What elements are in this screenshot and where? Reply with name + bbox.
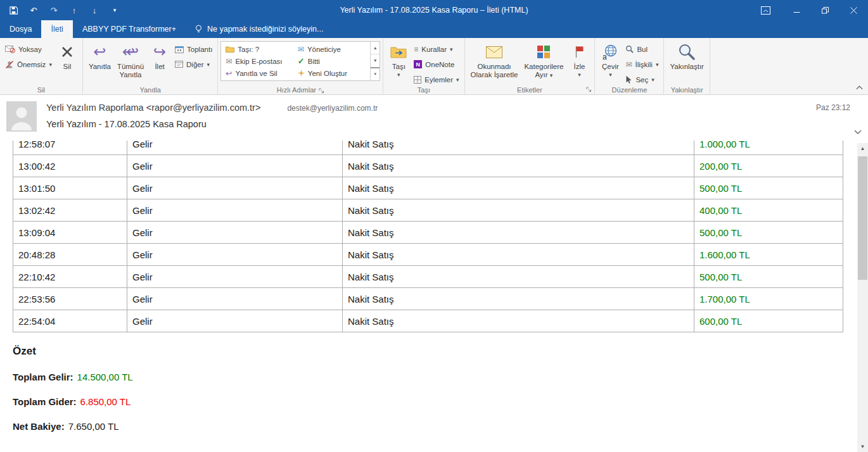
scroll-down-button[interactable]: ▼ [857,441,868,452]
cell-type: Gelir [127,266,343,288]
redo-icon: ↷ [51,6,58,15]
chevron-down-icon: ▾ [456,77,459,83]
quick-step-label: Bitti [308,58,320,65]
chevron-down-icon: ▾ [609,71,612,79]
quick-step-done[interactable]: ✓ Bitti [296,55,368,67]
quick-step-team-email[interactable]: ✉ Ekip E-postası [224,55,296,67]
categorize-button[interactable]: Kategorilere Ayır ▾ [521,40,566,83]
restore-button[interactable] [811,0,839,20]
quick-steps-dialog-launcher[interactable] [319,88,324,94]
tab-abbyy[interactable]: ABBYY PDF Transformer+ [73,20,186,38]
translate-label: Çevir [602,63,619,71]
cell-desc: Nakit Satış [343,310,694,332]
tab-file[interactable]: Dosya [0,20,41,38]
sender-name[interactable]: Yerli Yazılım Raporlama <rapor@yerliyazi… [46,103,260,113]
gallery-expand-button[interactable]: ▾ [371,67,380,80]
close-button[interactable] [839,0,868,20]
quick-step-move-to[interactable]: Taşı: ? [224,43,296,55]
save-button[interactable] [8,4,19,16]
cell-time: 12:58:07 [13,141,127,155]
group-label-move: Taşı [383,86,464,94]
move-label: Taşı [392,63,405,71]
customize-qat-button[interactable]: ▾ [109,4,120,16]
select-label: Seç [635,76,648,84]
rules-button[interactable]: ≡ Kurallar ▾ [411,42,461,56]
translate-globe-icon: a [602,44,618,60]
move-button[interactable]: Taşı ▾ [386,40,411,83]
tab-message[interactable]: İleti [41,20,72,38]
scrollbar-thumb[interactable] [858,156,867,280]
cell-time: 20:48:28 [13,244,127,266]
total-income-label: Toplam Gelir: [13,372,73,382]
next-item-button[interactable]: ↓ [89,4,100,16]
table-row: 12:58:07 Gelir Nakit Satış 1.000,00 TL [13,141,843,155]
related-label: İlişkili [635,61,652,68]
gallery-scroll-down-button[interactable]: ▼ [371,54,380,66]
more-respond-button[interactable]: Diğer ▾ [172,58,215,71]
chevron-down-icon: ▾ [656,61,659,68]
find-button[interactable]: Bul [623,42,661,56]
actions-button[interactable]: Eylemler ▾ [411,73,461,86]
ignore-button[interactable]: Yoksay [3,42,54,56]
more-icon [175,61,183,68]
scrollbar-track[interactable] [857,154,868,441]
rules-label: Kurallar [421,46,447,53]
chevron-down-icon [854,130,862,134]
avatar [6,101,37,132]
quick-step-reply-delete[interactable]: ↩ Yanıtla ve Sil [224,67,296,79]
total-expense-label: Toplam Gider: [13,396,77,407]
chevron-down-icon: ▾ [397,71,400,79]
chevron-down-icon: ▾ [113,7,117,13]
previous-item-button[interactable]: ↑ [68,4,80,16]
collapse-ribbon-button[interactable] [856,81,863,92]
flag-icon [574,46,585,58]
ribbon-display-icon [761,6,770,15]
table-row: 20:48:28 Gelir Nakit Satış 1.600,00 TL [13,244,843,266]
chevron-down-icon: ▾ [550,72,553,78]
find-label: Bul [637,46,648,53]
ribbon-tab-strip: Dosya İleti ABBYY PDF Transformer+ Ne ya… [0,20,868,38]
translate-button[interactable]: a Çevir ▾ [597,40,623,83]
reply-all-button[interactable]: ↩↩ Tümünü Yanıtla [114,40,147,83]
redo-button[interactable]: ↷ [48,4,60,16]
cell-desc: Nakit Satış [343,288,694,310]
zoom-magnifier-icon [677,42,696,61]
meeting-button[interactable]: Toplantı [172,42,215,56]
quick-step-create-new[interactable]: Yeni Oluştur [296,67,368,79]
report-rows: 12:58:07 Gelir Nakit Satış 1.000,00 TL 1… [13,141,843,332]
reply-all-label-line1: Tümünü [117,63,144,71]
quick-step-label: Yeni Oluştur [308,70,347,77]
categorize-icon [537,46,550,58]
net-balance-value: 7.650,00 TL [68,421,119,432]
related-button[interactable]: ✉ İlişkili ▾ [623,58,661,71]
mark-unread-label-line1: Okunmadı [477,63,511,71]
follow-up-button[interactable]: İzle ▾ [566,40,592,83]
tell-me-box[interactable]: Ne yapmak istediğinizi söyleyin... [195,20,323,38]
categorize-label-line2: Ayır ▾ [535,71,552,80]
quick-step-to-manager[interactable]: ✉ Yöneticiye [296,43,368,55]
close-icon [850,7,857,14]
gallery-scroll-up-button[interactable]: ▲ [371,42,380,54]
vertical-scrollbar[interactable]: ▲ ▼ [857,143,868,452]
collapse-header-button[interactable] [854,125,862,137]
net-balance-line: Net Bakiye:7.650,00 TL [13,421,857,432]
ribbon-display-options-button[interactable] [751,0,780,20]
recipient-address[interactable]: destek@yerliyazilim.com.tr [287,104,378,113]
chevron-down-icon: ▾ [207,61,210,68]
minimize-button[interactable] [782,0,811,20]
forward-button[interactable]: ↪ İlet [147,40,172,83]
zoom-button[interactable]: Yakınlaştır [667,40,706,83]
outlook-window: ↶ ↷ ↑ ↓ ▾ Yerli Yazılım - 17.08.2025 Kas… [0,0,868,452]
table-row: 22:10:42 Gelir Nakit Satış 500,00 TL [13,266,843,288]
cell-time: 22:10:42 [13,266,127,288]
reply-button[interactable]: ↩ Yanıtla [86,40,114,83]
scroll-up-button[interactable]: ▲ [857,143,868,154]
mark-unread-button[interactable]: Okunmadı Olarak İşaretle [468,40,521,83]
onenote-icon: N [414,60,422,68]
delete-button[interactable]: Sil [54,40,80,83]
select-button[interactable]: Seç ▾ [623,73,661,86]
onenote-button[interactable]: N OneNote [411,58,461,71]
delete-label: Sil [63,63,72,71]
undo-button[interactable]: ↶ [28,4,39,16]
junk-button[interactable]: Önemsiz ▾ [3,58,54,71]
